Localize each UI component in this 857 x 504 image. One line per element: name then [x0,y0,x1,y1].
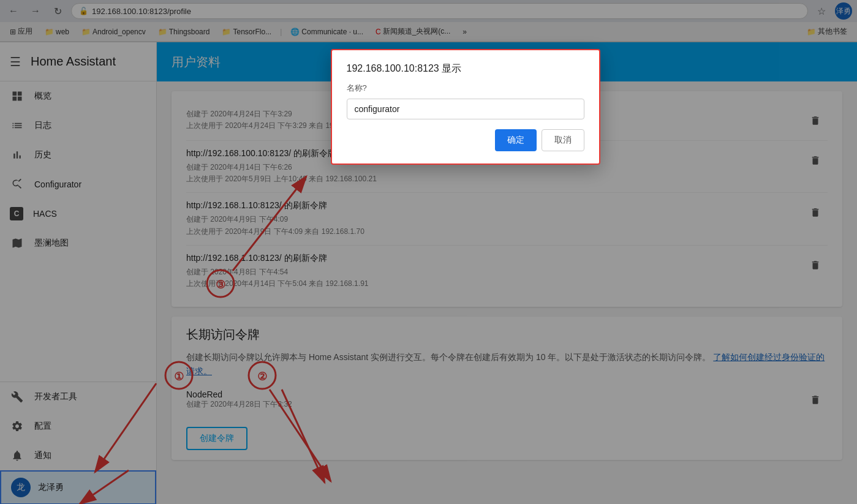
dialog-box: 192.168.100.10:8123 显示 名称? 确定 取消 [331,49,600,165]
dialog-confirm-button[interactable]: 确定 [495,129,537,151]
dialog-actions: 确定 取消 [347,129,584,151]
dialog-cancel-button[interactable]: 取消 [542,129,584,151]
dialog-overlay: 192.168.100.10:8123 显示 名称? 确定 取消 [0,0,857,504]
dialog-label: 名称? [347,83,584,94]
dialog-name-input[interactable] [347,99,584,119]
dialog-title: 192.168.100.10:8123 显示 [347,62,584,75]
